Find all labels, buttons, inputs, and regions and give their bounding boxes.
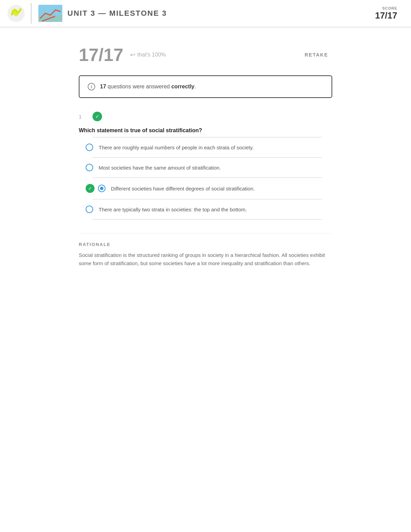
question-number: 1: [79, 114, 86, 120]
page-header: UNIT 3 — MILESTONE 3 SCORE 17/17: [0, 0, 411, 27]
info-text: 17 questions were answered correctly.: [100, 84, 196, 90]
tag-icon: ↩: [130, 51, 135, 59]
rationale-text: Social stratification is the structured …: [79, 251, 332, 268]
question-header: 1 ✓: [79, 112, 332, 121]
option-item-4[interactable]: There are typically two strata in societ…: [82, 199, 332, 219]
info-text-bold: correctly: [171, 84, 195, 89]
option-separator-4: [92, 219, 322, 220]
option-text-4: There are typically two strata in societ…: [99, 206, 247, 213]
header-score-container: SCORE 17/17: [375, 6, 397, 21]
score-value: 17/17: [375, 10, 397, 21]
info-text-after: .: [195, 84, 196, 89]
retake-button[interactable]: RETAKE: [300, 50, 332, 60]
rationale-title: RATIONALE: [79, 242, 332, 247]
radio-opt3[interactable]: [98, 185, 105, 192]
app-logo: [7, 4, 26, 23]
unit-title: UNIT 3 — MILESTONE 3: [67, 9, 167, 18]
score-label: SCORE: [375, 6, 397, 10]
option-text-1: There are roughly equal numbers of peopl…: [99, 144, 253, 151]
rationale-section: RATIONALE Social stratification is the s…: [79, 233, 332, 268]
header-divider: [31, 3, 32, 24]
option-item-2[interactable]: Most societies have the same amount of s…: [82, 158, 332, 177]
main-content: 17/17 ↩ that's 100% RETAKE i 17 question…: [68, 27, 342, 285]
option-item-3[interactable]: ✓ Different societies have different deg…: [82, 178, 332, 199]
tag-text: that's 100%: [137, 52, 166, 58]
question-correct-icon: ✓: [92, 112, 102, 121]
options-list: There are roughly equal numbers of peopl…: [82, 137, 332, 220]
option-item-1[interactable]: There are roughly equal numbers of peopl…: [82, 137, 332, 157]
score-display: 17/17: [79, 45, 123, 65]
info-box: i 17 questions were answered correctly.: [79, 75, 332, 98]
svg-point-1: [13, 11, 19, 16]
radio-opt4[interactable]: [86, 206, 93, 213]
option-text-2: Most societies have the same amount of s…: [99, 164, 221, 171]
info-icon: i: [88, 83, 95, 90]
question-text: Which statement is true of social strati…: [79, 127, 332, 134]
info-text-before: questions were answered: [106, 84, 171, 89]
unit-thumbnail: [38, 5, 62, 22]
info-number: 17: [100, 84, 106, 89]
score-tag: ↩ that's 100%: [130, 51, 300, 59]
radio-opt1[interactable]: [86, 144, 93, 151]
correct-check-opt3: ✓: [86, 184, 95, 193]
option-text-3: Different societies have different degre…: [111, 185, 255, 192]
radio-opt2[interactable]: [86, 164, 93, 171]
score-row: 17/17 ↩ that's 100% RETAKE: [79, 45, 332, 65]
